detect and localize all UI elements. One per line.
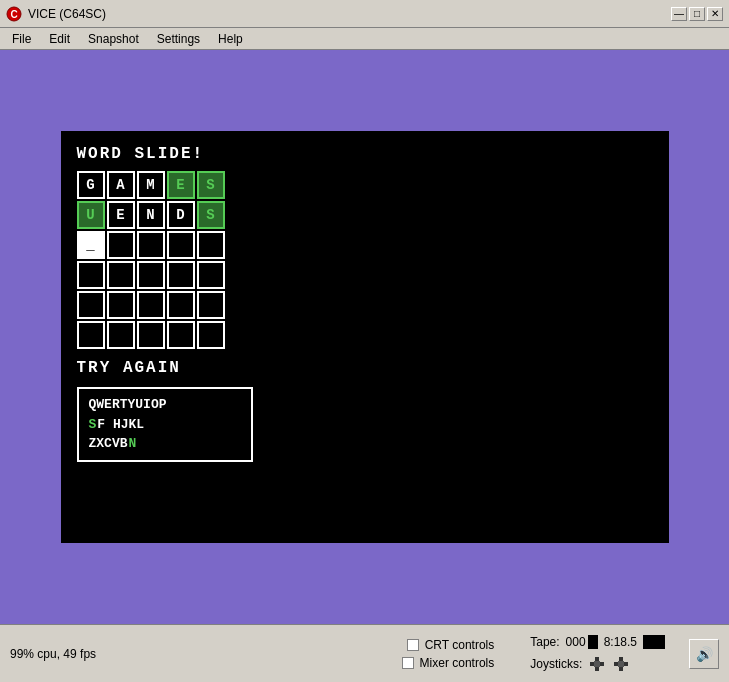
menu-file[interactable]: File xyxy=(4,30,39,48)
grid-cell: A xyxy=(107,171,135,199)
crt-label: CRT controls xyxy=(425,638,495,652)
svg-rect-7 xyxy=(618,661,624,667)
mixer-label: Mixer controls xyxy=(420,656,495,670)
title-bar: C VICE (C64SC) — □ ✕ xyxy=(0,0,729,28)
grid-cell xyxy=(107,231,135,259)
joystick-row: Joysticks: xyxy=(530,655,665,673)
grid-cell xyxy=(167,291,195,319)
window-title: VICE (C64SC) xyxy=(28,7,106,21)
tape-label: Tape: xyxy=(530,635,559,649)
tape-row: Tape: 000 8:18.5 xyxy=(530,635,665,649)
grid-cell xyxy=(227,291,255,319)
grid-cell xyxy=(227,201,255,229)
menu-snapshot[interactable]: Snapshot xyxy=(80,30,147,48)
emulator-screen: WORD SLIDE! G A M E S U E N D S _ xyxy=(61,131,669,543)
tape-block-icon xyxy=(588,635,598,649)
try-again-label: TRY AGAIN xyxy=(77,359,255,377)
tape-counter: 000 xyxy=(566,635,598,649)
grid-cell xyxy=(197,261,225,289)
grid-cell xyxy=(227,321,255,349)
keyboard-row-3: ZXCVBN xyxy=(89,434,241,454)
time-value: 8:18.5 xyxy=(604,635,637,649)
grid-cell xyxy=(137,321,165,349)
tape-value: 000 xyxy=(566,635,586,649)
cpu-info: 99% cpu, 49 fps xyxy=(10,647,170,661)
menu-help[interactable]: Help xyxy=(210,30,251,48)
grid-cell xyxy=(107,321,135,349)
grid-cell xyxy=(197,291,225,319)
game-content: WORD SLIDE! G A M E S U E N D S _ xyxy=(77,145,255,462)
mixer-checkbox[interactable] xyxy=(402,657,414,669)
grid-cell: _ xyxy=(77,231,105,259)
menu-bar: File Edit Snapshot Settings Help xyxy=(0,28,729,50)
grid-cell: D xyxy=(167,201,195,229)
time-block-icon xyxy=(643,635,665,649)
window-controls: — □ ✕ xyxy=(671,7,723,21)
grid-cell xyxy=(137,291,165,319)
grid-cell: E xyxy=(107,201,135,229)
status-bar: 99% cpu, 49 fps CRT controls Mixer contr… xyxy=(0,624,729,682)
grid-cell xyxy=(227,171,255,199)
title-bar-left: C VICE (C64SC) xyxy=(6,6,106,22)
svg-text:C: C xyxy=(10,9,17,20)
joysticks-label: Joysticks: xyxy=(530,657,582,671)
tape-section: Tape: 000 8:18.5 Joysticks: xyxy=(514,635,681,673)
grid-cell xyxy=(137,261,165,289)
volume-button[interactable]: 🔊 xyxy=(689,639,719,669)
grid-cell xyxy=(167,231,195,259)
menu-edit[interactable]: Edit xyxy=(41,30,78,48)
maximize-button[interactable]: □ xyxy=(689,7,705,21)
grid-cell xyxy=(227,231,255,259)
grid-cell xyxy=(167,261,195,289)
grid-cell xyxy=(227,261,255,289)
keyboard-row-1: QWERTYUIOP xyxy=(89,395,241,415)
minimize-button[interactable]: — xyxy=(671,7,687,21)
grid-cell: G xyxy=(77,171,105,199)
grid-cell: E xyxy=(167,171,195,199)
grid-cell: S xyxy=(197,171,225,199)
game-title: WORD SLIDE! xyxy=(77,145,255,163)
keyboard-box: QWERTYUIOP S F HJKL ZXCVBN xyxy=(77,387,253,462)
grid-cell: S xyxy=(197,201,225,229)
grid-cell: N xyxy=(137,201,165,229)
main-content: WORD SLIDE! G A M E S U E N D S _ xyxy=(0,50,729,624)
grid-cell xyxy=(77,321,105,349)
grid-cell: U xyxy=(77,201,105,229)
joystick-icon-1 xyxy=(588,655,606,673)
close-button[interactable]: ✕ xyxy=(707,7,723,21)
crt-control-row: CRT controls xyxy=(407,638,495,652)
menu-settings[interactable]: Settings xyxy=(149,30,208,48)
grid-cell xyxy=(107,291,135,319)
grid-cell xyxy=(197,321,225,349)
joystick-icon-2 xyxy=(612,655,630,673)
controls-section: CRT controls Mixer controls xyxy=(170,638,514,670)
grid-cell xyxy=(167,321,195,349)
grid-cell xyxy=(197,231,225,259)
commodore-icon: C xyxy=(6,6,22,22)
grid-cell xyxy=(77,291,105,319)
grid-cell: M xyxy=(137,171,165,199)
grid-cell xyxy=(107,261,135,289)
crt-checkbox[interactable] xyxy=(407,639,419,651)
mixer-control-row: Mixer controls xyxy=(402,656,495,670)
svg-rect-4 xyxy=(594,661,600,667)
volume-icon: 🔊 xyxy=(696,646,713,662)
grid-cell xyxy=(77,261,105,289)
keyboard-row-2: S F HJKL xyxy=(89,415,241,435)
grid-cell xyxy=(137,231,165,259)
word-grid: G A M E S U E N D S _ xyxy=(77,171,255,349)
